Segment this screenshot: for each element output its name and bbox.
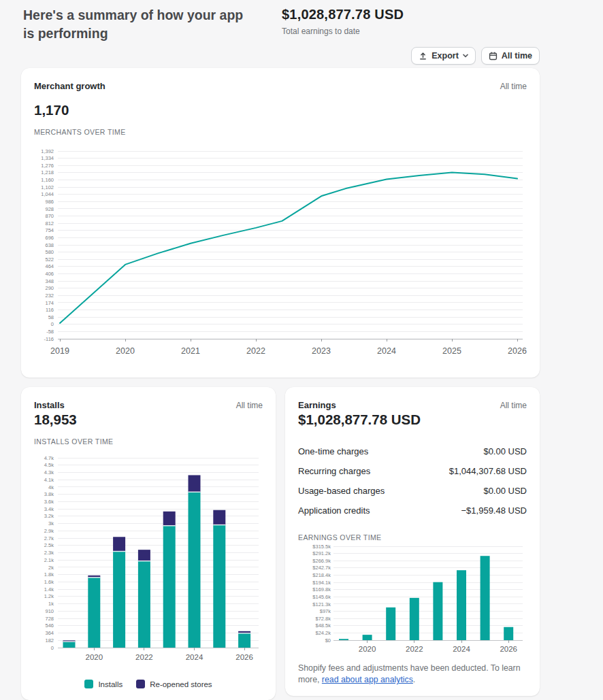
merchants-over-time-line-chart: -116-58058116174232290348406464522580638…	[21, 139, 540, 361]
svg-text:2026: 2026	[235, 653, 253, 661]
earnings-breakdown: One-time charges $0.00 USD Recurring cha…	[298, 441, 527, 520]
svg-text:3k: 3k	[48, 520, 54, 527]
total-earnings-caption: Total earnings to date	[282, 27, 404, 36]
svg-text:4.1k: 4.1k	[44, 477, 54, 483]
earnings-footnote: Shopify fees and adjustments have been d…	[298, 663, 528, 686]
svg-text:2024: 2024	[186, 653, 203, 661]
calendar-icon	[489, 52, 498, 61]
svg-text:1.4k: 1.4k	[44, 586, 54, 593]
svg-text:$145.6k: $145.6k	[312, 594, 331, 600]
svg-text:2026: 2026	[500, 645, 517, 653]
svg-text:1.6k: 1.6k	[44, 579, 54, 585]
svg-text:174: 174	[45, 300, 54, 306]
export-button-label: Export	[431, 51, 459, 61]
svg-text:$48.5k: $48.5k	[315, 622, 331, 629]
svg-text:2020: 2020	[116, 346, 135, 356]
earnings-card: Earnings All time $1,028,877.78 USD One-…	[285, 387, 540, 696]
header-actions: Export All time	[411, 47, 540, 65]
svg-text:406: 406	[45, 271, 54, 277]
installs-over-time-caption: INSTALLS OVER TIME	[34, 437, 114, 446]
svg-text:348: 348	[45, 278, 54, 284]
installs-count-value: 18,953	[34, 412, 77, 428]
svg-text:728: 728	[45, 616, 54, 622]
svg-text:2022: 2022	[406, 645, 423, 653]
svg-text:2022: 2022	[246, 346, 265, 356]
export-button[interactable]: Export	[411, 47, 476, 65]
svg-text:2024: 2024	[377, 346, 396, 356]
svg-text:3.8k: 3.8k	[44, 491, 54, 497]
installs-chart-legend: Installs Re-opened stores	[21, 680, 276, 688]
merchant-count-value: 1,170	[34, 102, 69, 118]
merchant-growth-title: Merchant growth	[34, 81, 105, 91]
svg-text:2019: 2019	[50, 346, 69, 356]
svg-text:638: 638	[45, 242, 54, 248]
legend-installs-label: Installs	[98, 680, 123, 688]
svg-text:1,044: 1,044	[41, 191, 54, 197]
svg-text:$218.4k: $218.4k	[312, 572, 331, 578]
legend-item-installs: Installs	[84, 680, 123, 688]
svg-text:870: 870	[45, 213, 54, 219]
installs-range-label: All time	[236, 401, 263, 410]
export-icon	[419, 52, 427, 61]
svg-text:1,276: 1,276	[41, 163, 54, 169]
svg-text:464: 464	[45, 263, 54, 269]
earnings-title: Earnings	[298, 400, 336, 410]
svg-text:$97k: $97k	[320, 608, 331, 614]
svg-text:$266.9k: $266.9k	[312, 558, 331, 564]
svg-text:232: 232	[45, 293, 54, 299]
earnings-over-time-caption: EARNINGS OVER TIME	[298, 533, 382, 541]
svg-text:928: 928	[45, 206, 54, 212]
svg-text:2.5k: 2.5k	[44, 542, 54, 548]
total-earnings-amount: $1,028,877.78 USD	[282, 7, 404, 22]
earnings-row-recurring: Recurring charges $1,044,307.68 USD	[298, 461, 527, 481]
svg-text:290: 290	[45, 285, 54, 291]
svg-text:-58: -58	[46, 329, 54, 335]
earnings-over-time-bar-chart: $0$24.2k$48.5k$72.8k$97k$121.3k$145.6k$1…	[285, 542, 540, 655]
installs-card: Installs All time 18,953 INSTALLS OVER T…	[21, 387, 276, 700]
svg-text:364: 364	[45, 630, 54, 636]
svg-text:696: 696	[45, 235, 54, 241]
svg-text:910: 910	[45, 608, 54, 614]
svg-text:546: 546	[45, 622, 54, 629]
svg-text:2022: 2022	[135, 653, 153, 661]
svg-text:1.2k: 1.2k	[44, 593, 54, 599]
svg-text:116: 116	[46, 307, 54, 313]
legend-item-reopened-stores: Re-opened stores	[136, 680, 212, 688]
svg-text:812: 812	[45, 220, 54, 227]
svg-text:2025: 2025	[442, 346, 461, 356]
svg-text:$0: $0	[325, 637, 331, 644]
svg-text:2020: 2020	[86, 653, 103, 661]
total-earnings-block: $1,028,877.78 USD Total earnings to date	[282, 7, 404, 36]
svg-text:4.5k: 4.5k	[44, 462, 54, 468]
earnings-total-value: $1,028,877.78 USD	[298, 412, 421, 428]
svg-text:$194.1k: $194.1k	[312, 580, 331, 586]
installs-title: Installs	[34, 400, 65, 410]
chevron-down-icon	[463, 54, 468, 58]
earnings-row-one-time: One-time charges $0.00 USD	[298, 441, 527, 461]
svg-text:2.1k: 2.1k	[44, 557, 54, 563]
date-range-button[interactable]: All time	[481, 47, 540, 65]
svg-text:1,160: 1,160	[41, 177, 54, 183]
svg-text:$315.5k: $315.5k	[312, 544, 331, 550]
svg-text:754: 754	[45, 227, 54, 233]
earnings-range-label: All time	[500, 401, 527, 410]
svg-text:$72.8k: $72.8k	[315, 616, 331, 622]
svg-text:$242.7k: $242.7k	[312, 565, 331, 571]
installs-swatch	[84, 680, 93, 688]
app-analytics-link[interactable]: read about app analytics	[322, 675, 413, 684]
earnings-row-application-credits: Application credits −$1,959.48 USD	[298, 501, 527, 520]
date-range-button-label: All time	[502, 51, 532, 61]
installs-over-time-bar-chart: 01823645467289101k1.2k1.4k1.6k1.8k2k2.1k…	[21, 452, 276, 666]
svg-text:2023: 2023	[312, 346, 331, 356]
svg-text:2020: 2020	[359, 645, 376, 653]
app-performance-page: Here's a summary of how your app is perf…	[0, 0, 603, 700]
svg-text:$24.2k: $24.2k	[315, 630, 331, 636]
svg-text:1,392: 1,392	[41, 148, 54, 154]
svg-text:1,102: 1,102	[41, 184, 54, 190]
earnings-row-usage-based: Usage-based charges $0.00 USD	[298, 481, 527, 501]
svg-text:1.8k: 1.8k	[44, 571, 54, 578]
svg-text:2026: 2026	[508, 346, 527, 356]
svg-text:0: 0	[51, 645, 54, 651]
svg-text:2.9k: 2.9k	[44, 528, 54, 534]
svg-text:4.7k: 4.7k	[44, 455, 54, 461]
